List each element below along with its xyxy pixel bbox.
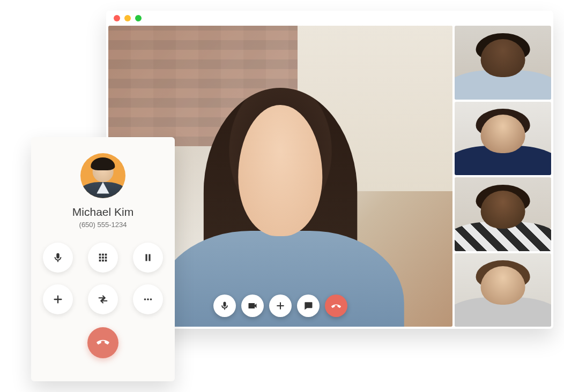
svg-point-13 (150, 298, 152, 300)
caller-phone-number: (650) 555-1234 (79, 221, 127, 229)
svg-rect-5 (105, 257, 107, 259)
microphone-icon (52, 252, 64, 263)
add-participant-button[interactable] (269, 295, 292, 317)
mute-button[interactable] (213, 295, 236, 317)
window-minimize-button[interactable] (124, 15, 131, 21)
hold-button[interactable] (133, 243, 163, 273)
participant-sidebar (455, 26, 551, 327)
svg-rect-0 (99, 254, 101, 256)
svg-rect-6 (99, 260, 101, 262)
caller-name: Michael Kim (72, 206, 133, 218)
keypad-icon (97, 252, 109, 263)
svg-rect-8 (105, 260, 107, 262)
svg-point-12 (147, 298, 149, 300)
hang-up-button[interactable] (325, 295, 347, 317)
participant-thumbnail[interactable] (455, 26, 551, 100)
add-call-button[interactable] (43, 284, 73, 314)
hang-up-icon (331, 300, 342, 311)
call-action-grid (43, 243, 163, 314)
svg-rect-7 (102, 260, 104, 262)
hang-up-icon (96, 335, 110, 351)
transfer-icon (97, 293, 109, 305)
window-titlebar (106, 11, 553, 26)
window-zoom-button[interactable] (135, 15, 142, 21)
participant-thumbnail[interactable] (455, 102, 551, 176)
svg-rect-9 (145, 254, 147, 261)
svg-rect-1 (102, 254, 104, 256)
keypad-button[interactable] (88, 243, 118, 273)
window-close-button[interactable] (114, 15, 120, 21)
toggle-video-button[interactable] (241, 295, 264, 317)
pause-icon (142, 252, 154, 263)
end-call-button[interactable] (87, 327, 118, 358)
chat-icon (303, 300, 314, 311)
microphone-icon (219, 300, 230, 311)
plus-icon (275, 300, 286, 311)
svg-rect-4 (102, 257, 104, 259)
svg-rect-3 (99, 257, 101, 259)
participant-thumbnail[interactable] (455, 177, 551, 251)
more-icon (142, 293, 154, 305)
plus-icon (52, 293, 64, 305)
caller-avatar (80, 153, 125, 198)
participant-thumbnail[interactable] (455, 253, 551, 327)
svg-rect-10 (149, 254, 150, 261)
chat-button[interactable] (297, 295, 320, 317)
transfer-button[interactable] (88, 284, 118, 314)
video-camera-icon (247, 300, 258, 311)
mute-button[interactable] (43, 243, 73, 273)
more-options-button[interactable] (133, 284, 163, 314)
svg-point-11 (144, 298, 146, 300)
active-call-card: Michael Kim (650) 555-1234 (31, 137, 175, 381)
video-controls-bar (213, 295, 347, 317)
svg-rect-2 (105, 254, 107, 256)
